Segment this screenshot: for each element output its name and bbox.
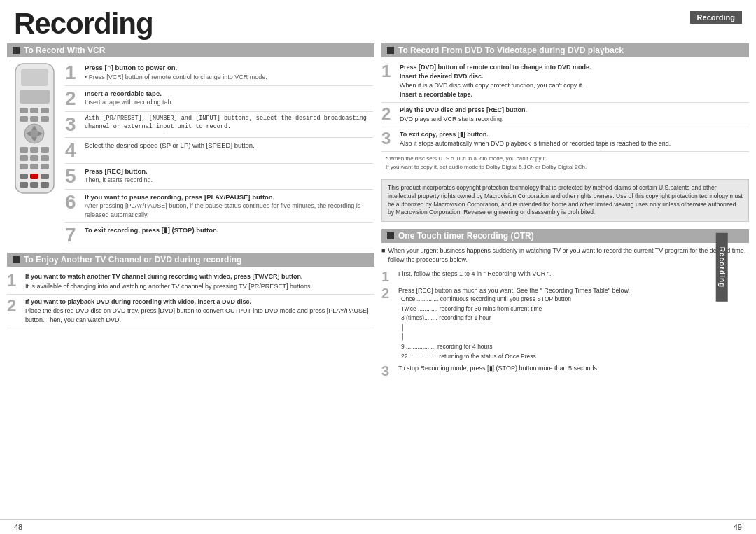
step1-title: Press [○] button to power on.	[85, 63, 373, 73]
section2-icon	[13, 256, 20, 263]
vertical-recording-tab: Recording	[715, 232, 727, 301]
dvd-note2: If you want to copy it, set audio mode t…	[386, 163, 749, 171]
dvd-step-2: 2 Play the DVD disc and press [REC] butt…	[382, 103, 749, 127]
otr-table-row-1: Once ............. continuous recording …	[401, 295, 749, 304]
step3-title: With [PR/PRESET], [NUMBER] and [INPUT] b…	[85, 115, 373, 132]
steps-area: 1 Press [○] button to power on. • Press …	[7, 60, 374, 248]
svg-rect-7	[30, 116, 38, 122]
step-7-vcr: 7 To exit recording, press [▮] (STOP) bu…	[65, 223, 373, 248]
otr-table-row-3: 3 (times)........ recording for 1 hour	[401, 314, 749, 323]
footer-page-right: 49	[734, 523, 742, 531]
dvd-step1-line3: Insert a recordable tape.	[400, 90, 749, 99]
section-title-otr: One Touch timer Recording (OTR)	[398, 231, 534, 241]
step7-title: To exit recording, press [▮] (STOP) butt…	[85, 225, 373, 234]
page-title: Recording	[14, 7, 153, 41]
otr-step3-text: To stop Recording mode, press [▮] (STOP)…	[398, 364, 749, 373]
dvd-step2-sub: DVD plays and VCR starts recording.	[400, 115, 749, 124]
page: Recording Recording To Record With VCR	[0, 0, 756, 534]
otr-table-row-5: 22 ................. returning to the st…	[401, 352, 749, 362]
step2-title: Insert a recordable tape.	[85, 89, 373, 98]
svg-rect-24	[20, 174, 28, 179]
main-content: To Record With VCR	[0, 43, 756, 519]
otr-step-1: 1 First, follow the steps 1 to 4 in " Re…	[382, 268, 749, 285]
otr-table-row-sep2: │	[401, 332, 749, 342]
step-4-vcr: 4 Select the desired speed (SP or LP) wi…	[65, 138, 373, 164]
step4-title: Select the desired speed (SP or LP) with…	[85, 141, 373, 150]
otr-steps-list: 1 First, follow the steps 1 to 4 in " Re…	[382, 265, 749, 383]
steps-list-vcr: 1 Press [○] button to power on. • Press …	[65, 60, 373, 248]
right-column: To Record From DVD To Videotape during D…	[382, 43, 749, 519]
step-1-vcr: 1 Press [○] button to power on. • Press …	[65, 60, 373, 86]
svg-point-10	[30, 129, 38, 138]
footer: 48 49	[0, 519, 756, 534]
step-6-vcr: 6 If you want to pause recording, press …	[65, 190, 373, 223]
svg-rect-18	[20, 155, 28, 161]
otr-step-3: 3 To stop Recording mode, press [▮] (STO…	[382, 363, 749, 379]
section4-icon	[387, 232, 394, 239]
dvd-steps-list: 1 Press [DVD] button of remote control t…	[382, 60, 749, 152]
enjoy-step1-sub: It is available of changing into and wat…	[25, 282, 374, 291]
svg-rect-4	[30, 108, 38, 113]
steps-list-tv: 1 If you want to watch another TV channe…	[7, 269, 374, 328]
header: Recording Recording	[0, 0, 756, 43]
svg-rect-23	[41, 164, 49, 169]
dvd-step3-sub: Also it stops automatically when DVD pla…	[400, 139, 749, 148]
otr-bullet: ■ When your urgent business happens sudd…	[382, 246, 749, 265]
section-title-tv: To Enjoy Another TV Channel or DVD durin…	[24, 255, 241, 265]
svg-rect-8	[41, 116, 49, 122]
svg-rect-25	[30, 174, 38, 179]
svg-rect-28	[30, 182, 38, 188]
dvd-step1-title: Press [DVD] button of remote control to …	[400, 63, 749, 72]
svg-rect-22	[30, 164, 38, 169]
enjoy-step-2: 2 If you want to playback DVD during rec…	[7, 295, 374, 328]
enjoy-step2-sub: Place the desired DVD disc on DVD tray. …	[25, 307, 374, 325]
section-heading-tv: To Enjoy Another TV Channel or DVD durin…	[7, 253, 374, 267]
section-otr: One Touch timer Recording (OTR) ■ When y…	[382, 229, 749, 382]
section-title-vcr: To Record With VCR	[24, 45, 105, 55]
otr-table-row-2: Twice ............ recording for 30 mins…	[401, 304, 749, 314]
step2-sub: Insert a tape with recording tab.	[85, 98, 373, 107]
section-title-dvd: To Record From DVD To Videotape during D…	[398, 45, 624, 55]
step-2-vcr: 2 Insert a recordable tape. Insert a tap…	[65, 86, 373, 112]
otr-step2-text: Press [REC] button as much as you want. …	[398, 286, 749, 295]
svg-rect-21	[20, 164, 28, 169]
svg-rect-17	[41, 147, 49, 153]
step6-sub: After pressing [PLAY/PAUSE] button, if t…	[85, 202, 373, 219]
dvd-step2-title: Play the DVD disc and press [REC] button…	[400, 106, 749, 115]
dvd-step-3: 3 To exit copy, press [▮] button. Also i…	[382, 127, 749, 152]
dvd-step3-title: To exit copy, press [▮] button.	[400, 130, 749, 139]
svg-rect-2	[20, 90, 50, 104]
bullet-symbol: ■	[382, 246, 385, 264]
dvd-step1-line2: When it is a DVD disc with copy protect …	[400, 81, 749, 90]
dvd-step1-line1: Insert the desired DVD disc.	[400, 72, 749, 81]
section-heading-dvd: To Record From DVD To Videotape during D…	[382, 43, 749, 57]
section-icon	[13, 47, 20, 54]
svg-rect-19	[30, 155, 38, 161]
svg-rect-5	[41, 108, 49, 113]
dvd-notes: * When the disc sets DTS 5.1Ch in audio …	[382, 155, 749, 170]
otr-bullet-text: When your urgent business happens sudden…	[388, 246, 749, 264]
section-dvd-record: To Record From DVD To Videotape during D…	[382, 43, 749, 171]
svg-rect-16	[30, 147, 38, 153]
svg-rect-6	[20, 116, 28, 122]
otr-step-2: 2 Press [REC] button as much as you want…	[382, 285, 749, 363]
step1-sub: • Press [VCR] button of remote control t…	[85, 73, 373, 82]
otr-table-row-sep1: │	[401, 323, 749, 333]
section-record-vcr: To Record With VCR	[7, 43, 374, 248]
svg-rect-15	[20, 147, 28, 153]
svg-rect-20	[41, 155, 49, 161]
step-5-vcr: 5 Press [REC] button. Then, it starts re…	[65, 164, 373, 190]
step6-title: If you want to pause recording, press [P…	[85, 192, 373, 202]
enjoy-step-1: 1 If you want to watch another TV channe…	[7, 269, 374, 294]
svg-rect-29	[41, 182, 49, 188]
copyright-box: This product incorporates copyright prot…	[382, 179, 749, 223]
remote-control-image	[8, 60, 61, 248]
step5-title: Press [REC] button.	[85, 167, 373, 176]
enjoy-step2-title: If you want to playback DVD during recor…	[25, 297, 374, 307]
section-heading-vcr: To Record With VCR	[7, 43, 374, 57]
otr-step1-text: First, follow the steps 1 to 4 in " Reco…	[398, 269, 749, 279]
svg-rect-27	[20, 182, 28, 188]
section3-icon	[387, 47, 394, 54]
step5-sub: Then, it starts recording.	[85, 176, 373, 185]
svg-rect-26	[41, 174, 49, 179]
